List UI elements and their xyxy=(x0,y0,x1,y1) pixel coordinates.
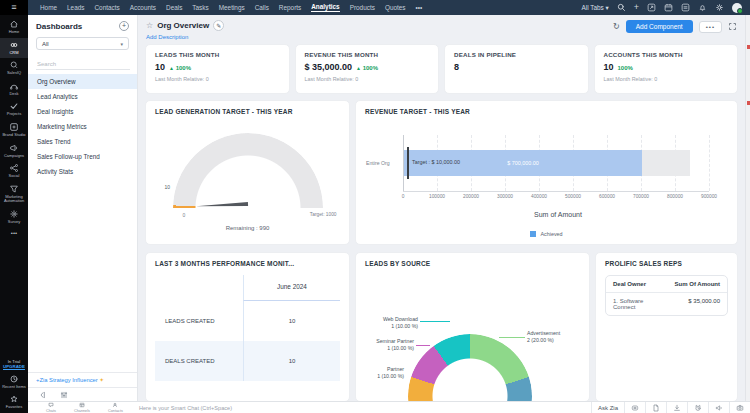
favorite-star-icon[interactable]: ☆ xyxy=(146,21,153,30)
kpi-card-revenue-this-month[interactable]: REVENUE THIS MONTH $ 35,000.00 ▲ 100% La… xyxy=(295,44,440,94)
sidebar-item-recent-items[interactable]: Recent Items xyxy=(0,372,28,393)
up-arrow-icon: ▲ xyxy=(169,65,174,71)
performance-monitor-card[interactable]: LAST 3 MONTHS PERFORMANCE MONIT... June … xyxy=(145,252,350,402)
sidebar-item-campaigns[interactable]: Campaigns xyxy=(0,141,28,162)
quick-add-icon[interactable]: + xyxy=(634,3,639,12)
revenue-target-marker xyxy=(407,147,409,179)
chats-button[interactable]: Chats xyxy=(46,402,56,413)
kpi-row: LEADS THIS MONTH 10 ▲ 100% Last Month Re… xyxy=(145,44,738,94)
fullscreen-icon[interactable] xyxy=(728,22,737,31)
dashboard-filter-select[interactable]: All ▾ xyxy=(36,37,129,50)
kpi-card-deals-in-pipeline[interactable]: DEALS IN PIPELINE 8 xyxy=(444,44,589,94)
zia-strategy-influencer-link[interactable]: +Zia Strategy Influencer ✦ xyxy=(28,372,137,387)
dashboard-search-input[interactable] xyxy=(36,59,130,70)
revenue-target-card[interactable]: REVENUE TARGET - THIS YEAR $ 700,000.00 … xyxy=(355,100,738,245)
dashboard-item-org-overview[interactable]: Org Overview xyxy=(28,74,137,89)
bottom-taskbar: Chats Channels Contacts Here is your Sma… xyxy=(28,401,750,413)
camera-icon[interactable] xyxy=(729,402,750,413)
sidebar-item-projects[interactable]: Projects xyxy=(0,99,28,120)
filter-sliders-icon[interactable] xyxy=(60,391,68,399)
revenue-x-axis-label: Sum of Amount xyxy=(403,211,713,218)
tab-meetings[interactable]: Meetings xyxy=(219,4,245,11)
search-icon[interactable] xyxy=(617,3,626,12)
upgrade-link[interactable]: UPGRADE xyxy=(3,364,25,369)
download-icon[interactable] xyxy=(666,402,687,413)
donut-label-partner: Partner1 (10.00 %) xyxy=(360,366,404,379)
revenue-bullet-chart: $ 700,000.00 Target : $ 10,000.00 Entire… xyxy=(403,135,713,205)
marketplace-icon[interactable] xyxy=(681,3,690,12)
sidebar-item-favorites[interactable]: Favorites xyxy=(0,392,28,413)
channels-button[interactable]: Channels xyxy=(74,402,90,413)
chevron-down-icon: ▾ xyxy=(120,41,123,47)
tab-calls[interactable]: Calls xyxy=(255,4,269,11)
dashboard-item-activity-stats[interactable]: Activity Stats xyxy=(28,164,137,179)
tab-reports[interactable]: Reports xyxy=(279,4,301,11)
tab-contacts[interactable]: Contacts xyxy=(94,4,119,11)
more-options-button[interactable]: ••• xyxy=(699,21,722,33)
add-description-link[interactable]: Add Description xyxy=(146,34,224,40)
prolific-sales-reps-card[interactable]: PROLIFIC SALES REPS Deal Owner Sum Of Am… xyxy=(595,252,738,402)
sidebar-item-survey[interactable]: Survey xyxy=(0,207,28,228)
sidebar-item-desk[interactable]: Desk xyxy=(0,79,28,100)
sidebar-item-social[interactable]: Social xyxy=(0,161,28,182)
kpi-card-accounts-this-month[interactable]: ACCOUNTS THIS MONTH 10 100% Last Month R… xyxy=(594,44,739,94)
legend-swatch xyxy=(530,231,536,237)
donut-label-seminar-partner: Seminar Partner1 (10.00 %) xyxy=(358,338,414,351)
sidebar-item-marketing-automation[interactable]: Marketing Automation xyxy=(0,182,28,207)
tabs-overflow-icon[interactable]: ••• xyxy=(416,4,423,11)
alarm-icon[interactable] xyxy=(687,402,708,413)
dashboard-item-sales-trend[interactable]: Sales Trend xyxy=(28,134,137,149)
settings-icon[interactable] xyxy=(715,3,724,12)
star-icon xyxy=(9,394,19,404)
tab-tasks[interactable]: Tasks xyxy=(192,4,208,11)
contacts-button[interactable]: Contacts xyxy=(108,402,123,413)
whats-new-icon[interactable] xyxy=(647,3,656,12)
dashboard-item-lead-analytics[interactable]: Lead Analytics xyxy=(28,89,137,104)
tab-analytics[interactable]: Analytics xyxy=(311,3,339,12)
edit-dashboard-button[interactable]: ✎ xyxy=(213,20,224,31)
add-dashboard-button[interactable]: + xyxy=(119,21,129,31)
tab-products[interactable]: Products xyxy=(350,4,375,11)
dashboard-item-deal-insights[interactable]: Deal Insights xyxy=(28,104,137,119)
brand-studio-icon xyxy=(9,122,19,132)
leads-by-source-card[interactable]: LEADS BY SOURCE Web Download1 (10.00 %) … xyxy=(355,252,590,402)
module-tabs: Home Leads Contacts Accounts Deals Tasks… xyxy=(40,3,422,12)
lead-generation-gauge-card[interactable]: LEAD GENERATION TARGET - THIS YEAR 10 0 … xyxy=(145,100,350,245)
user-avatar[interactable] xyxy=(732,3,742,13)
tab-accounts[interactable]: Accounts xyxy=(130,4,156,11)
dashboard-item-sales-follow-up-trend[interactable]: Sales Follow-up Trend xyxy=(28,149,137,164)
announcement-icon[interactable] xyxy=(708,402,729,413)
document-icon[interactable] xyxy=(645,402,666,413)
sidebar-item-brand-studio[interactable]: Brand Studio xyxy=(0,120,28,141)
crm-icon xyxy=(9,40,19,50)
tab-quotes[interactable]: Quotes xyxy=(385,4,406,11)
tab-deals[interactable]: Deals xyxy=(166,4,182,11)
table-row: 1. Software Connect $ 35,000.00 xyxy=(606,293,727,315)
refresh-icon[interactable]: ↻ xyxy=(613,22,620,31)
calendar-icon[interactable] xyxy=(664,3,673,12)
sidebar-item-salesiq[interactable]: SalesIQ xyxy=(0,58,28,79)
sidebar-more-icon[interactable]: ••• xyxy=(0,228,28,240)
all-tabs-dropdown[interactable]: All Tabs ▾ xyxy=(581,4,608,12)
kpi-card-leads-this-month[interactable]: LEADS THIS MONTH 10 ▲ 100% Last Month Re… xyxy=(145,44,290,94)
notifications-icon[interactable] xyxy=(698,3,707,12)
sidebar-item-home[interactable]: Home xyxy=(0,17,28,38)
ask-zia-button[interactable]: Ask Zia xyxy=(591,402,624,413)
tab-leads[interactable]: Leads xyxy=(67,4,84,11)
app-sidebar: Home CRM SalesIQ Desk Projects Brand Stu… xyxy=(0,15,28,413)
table-row: LEADS CREATED xyxy=(155,301,243,341)
dashboard-item-marketing-metrics[interactable]: Marketing Metrics xyxy=(28,119,137,134)
add-component-button[interactable]: Add Component xyxy=(626,20,693,33)
tab-home[interactable]: Home xyxy=(40,4,57,11)
table-row: DEALS CREATED xyxy=(155,341,243,381)
sidebar-item-crm[interactable]: CRM xyxy=(0,38,28,59)
marketing-automation-icon xyxy=(9,184,19,194)
zia-bot-icon[interactable] xyxy=(624,402,645,413)
smart-chat-input[interactable]: Here is your Smart Chat (Ctrl+Space) xyxy=(139,405,591,411)
desk-icon xyxy=(9,81,19,91)
revenue-category-label: Entire Org xyxy=(366,160,390,166)
hamburger-icon[interactable]: ≡ xyxy=(0,0,28,15)
vertical-scrollbar[interactable] xyxy=(745,15,750,401)
collapse-panel-icon[interactable] xyxy=(38,391,46,399)
survey-icon xyxy=(9,209,19,219)
